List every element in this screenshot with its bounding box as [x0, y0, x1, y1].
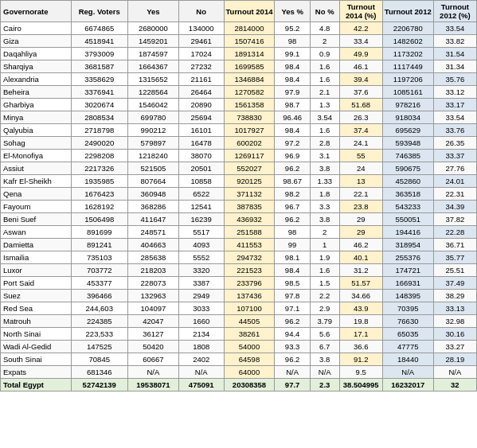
table-cell: 251588	[224, 226, 275, 239]
table-cell: 97.2	[275, 137, 310, 150]
table-cell: 29	[339, 226, 382, 239]
table-cell: 248571	[127, 226, 178, 239]
table-cell: 38261	[224, 328, 275, 341]
table-cell: 2949	[178, 290, 224, 302]
table-cell: 0.9	[310, 48, 339, 60]
table-cell: El-Monofiya	[1, 150, 72, 162]
table-cell: 2.2	[310, 290, 339, 302]
table-cell: 218203	[127, 264, 178, 277]
table-cell: 411647	[127, 213, 178, 226]
table-cell: 807664	[127, 175, 178, 188]
table-cell: 3358629	[71, 73, 127, 86]
table-cell: N/A	[178, 366, 224, 379]
table-cell: 1218240	[127, 150, 178, 162]
table-cell: 2134	[178, 328, 224, 341]
table-cell: 30.16	[433, 328, 476, 341]
table-cell: 94.4	[275, 328, 310, 341]
table-cell: 318954	[382, 239, 433, 251]
table-cell: 360948	[127, 188, 178, 201]
header-yes: Yes	[127, 1, 178, 22]
table-cell: 95.2	[275, 22, 310, 35]
table-cell: 1664367	[127, 60, 178, 73]
table-cell: 681346	[71, 366, 127, 379]
table-cell: 1346884	[224, 73, 275, 86]
table-cell: 35.77	[433, 251, 476, 264]
table-cell: 35.76	[433, 73, 476, 86]
table-cell: 1874597	[127, 48, 178, 60]
table-cell: 600202	[224, 137, 275, 150]
table-cell: 37.6	[339, 86, 382, 99]
table-cell: 33.76	[433, 124, 476, 137]
table-cell: 17.1	[339, 328, 382, 341]
table-cell: Total Egypt	[1, 379, 72, 392]
table-cell: 387835	[224, 201, 275, 213]
table-cell: 593948	[382, 137, 433, 150]
table-cell: 2718798	[71, 124, 127, 137]
table-cell: 1891314	[224, 48, 275, 60]
table-cell: 3020674	[71, 99, 127, 111]
table-cell: 22.28	[433, 226, 476, 239]
table-cell: 1	[310, 239, 339, 251]
table-cell: 1.8	[310, 188, 339, 201]
table-cell: 3320	[178, 264, 224, 277]
table-cell: Wadi Al-Gedid	[1, 341, 72, 353]
table-cell: 42047	[127, 315, 178, 328]
table-cell: 98.4	[275, 73, 310, 86]
table-cell: 411553	[224, 239, 275, 251]
table-cell: 1228564	[127, 86, 178, 99]
table-cell: 98.4	[275, 124, 310, 137]
table-cell: 33.37	[433, 150, 476, 162]
table-cell: 1.9	[310, 251, 339, 264]
table-cell: 70395	[382, 302, 433, 315]
table-cell: 6522	[178, 188, 224, 201]
table-cell: 22.31	[433, 188, 476, 201]
table-cell: 2.3	[310, 379, 339, 392]
table-cell: 97.9	[275, 86, 310, 99]
table-cell: 221523	[224, 264, 275, 277]
table-cell: 25694	[178, 111, 224, 124]
table-cell: 2808534	[71, 111, 127, 124]
table-cell: 738830	[224, 111, 275, 124]
table-cell: 1270582	[224, 86, 275, 99]
table-cell: 12541	[178, 201, 224, 213]
table-cell: N/A	[433, 366, 476, 379]
table-cell: 36127	[127, 328, 178, 341]
table-cell: 148395	[382, 290, 433, 302]
table-cell: 1506498	[71, 213, 127, 226]
table-cell: 18440	[382, 353, 433, 366]
table-cell: 97.7	[275, 379, 310, 392]
table-cell: 10858	[178, 175, 224, 188]
table-cell: 96.2	[275, 162, 310, 175]
table-cell: Fayoum	[1, 201, 72, 213]
header-reg-voters: Reg. Voters	[71, 1, 127, 22]
table-cell: 1628192	[71, 201, 127, 213]
table-cell: 4093	[178, 239, 224, 251]
table-cell: 233796	[224, 277, 275, 290]
header-turnout-2012-pct: Turnout 2012 (%)	[433, 1, 476, 22]
table-cell: 98.7	[275, 99, 310, 111]
table-cell: 1546042	[127, 99, 178, 111]
table-cell: 920125	[224, 175, 275, 188]
table-cell: 60667	[127, 353, 178, 366]
table-cell: 2814000	[224, 22, 275, 35]
table-cell: 244,603	[71, 302, 127, 315]
table-cell: 31.54	[433, 48, 476, 60]
table-cell: 26.3	[339, 111, 382, 124]
table-cell: 98.4	[275, 60, 310, 73]
table-cell: 3033	[178, 302, 224, 315]
table-cell: 33.17	[433, 99, 476, 111]
table-cell: 475091	[178, 379, 224, 392]
table-cell: 70845	[71, 353, 127, 366]
table-cell: 1315652	[127, 73, 178, 86]
table-cell: 5552	[178, 251, 224, 264]
table-cell: 19538071	[127, 379, 178, 392]
table-cell: 1017927	[224, 124, 275, 137]
table-cell: 452860	[382, 175, 433, 188]
table-cell: 2	[310, 35, 339, 48]
table-cell: 223,533	[71, 328, 127, 341]
table-cell: 891241	[71, 239, 127, 251]
table-cell: South Sinai	[1, 353, 72, 366]
table-cell: Kafr El-Sheikh	[1, 175, 72, 188]
table-cell: 50420	[127, 341, 178, 353]
table-cell: 363518	[382, 188, 433, 201]
